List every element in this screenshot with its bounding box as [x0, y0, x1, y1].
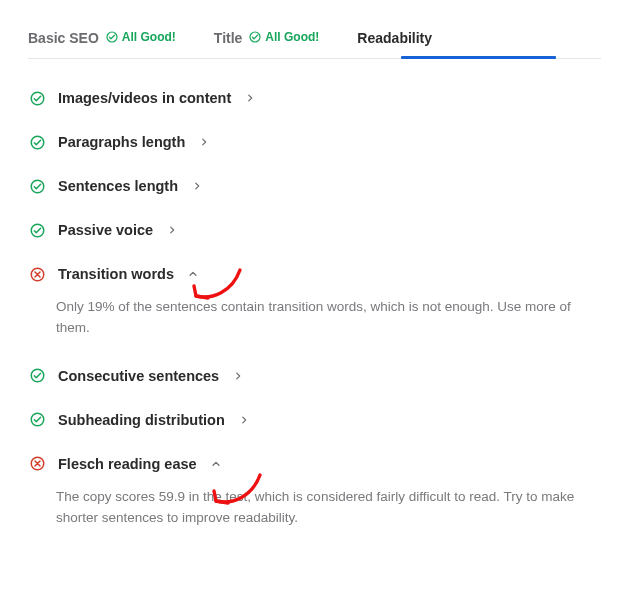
tab-title[interactable]: Title All Good! — [214, 28, 320, 52]
active-tab-underline — [401, 56, 556, 59]
check-subheading-distribution: Subheading distribution — [28, 399, 601, 443]
chevron-right-icon — [233, 367, 243, 385]
tab-label: Readability — [357, 30, 432, 46]
tabs-bar: Basic SEO All Good! Title All Good! Read… — [28, 28, 601, 59]
chevron-up-icon — [188, 265, 198, 283]
check-circle-icon — [28, 89, 46, 107]
check-circle-icon — [106, 31, 118, 46]
check-circle-icon — [28, 367, 46, 385]
check-consecutive-sentences: Consecutive sentences — [28, 355, 601, 399]
tab-label: Basic SEO — [28, 30, 99, 46]
chevron-right-icon — [192, 177, 202, 195]
readability-checks-list: Images/videos in content Paragraphs leng… — [28, 77, 601, 545]
error-circle-icon — [28, 455, 46, 473]
tab-readability[interactable]: Readability — [357, 28, 432, 52]
check-toggle[interactable]: Consecutive sentences — [28, 367, 601, 385]
check-circle-icon — [28, 133, 46, 151]
error-circle-icon — [28, 265, 46, 283]
check-title: Paragraphs length — [58, 134, 185, 150]
check-title: Transition words — [58, 266, 174, 282]
check-passive-voice: Passive voice — [28, 209, 601, 253]
check-description: The copy scores 59.9 in the test, which … — [56, 487, 596, 529]
check-images-videos: Images/videos in content — [28, 77, 601, 121]
tab-label: Title — [214, 30, 243, 46]
check-circle-icon — [28, 221, 46, 239]
check-toggle[interactable]: Paragraphs length — [28, 133, 601, 151]
check-title: Consecutive sentences — [58, 368, 219, 384]
tab-badge: All Good! — [106, 30, 176, 45]
check-title: Flesch reading ease — [58, 456, 197, 472]
check-circle-icon — [28, 411, 46, 429]
check-flesch-reading-ease: Flesch reading ease The copy scores 59.9… — [28, 443, 601, 545]
check-toggle[interactable]: Transition words — [28, 265, 601, 283]
tab-basic-seo[interactable]: Basic SEO All Good! — [28, 28, 176, 52]
chevron-up-icon — [211, 455, 221, 473]
tab-badge-text: All Good! — [265, 30, 319, 44]
tab-badge-text: All Good! — [122, 30, 176, 44]
chevron-right-icon — [199, 133, 209, 151]
chevron-right-icon — [239, 411, 249, 429]
chevron-right-icon — [167, 221, 177, 239]
check-title: Images/videos in content — [58, 90, 231, 106]
check-toggle[interactable]: Sentences length — [28, 177, 601, 195]
check-title: Sentences length — [58, 178, 178, 194]
check-toggle[interactable]: Subheading distribution — [28, 411, 601, 429]
check-title: Passive voice — [58, 222, 153, 238]
tab-badge: All Good! — [249, 30, 319, 45]
check-transition-words: Transition words Only 19% of the sentenc… — [28, 253, 601, 355]
check-description: Only 19% of the sentences contain transi… — [56, 297, 596, 339]
check-title: Subheading distribution — [58, 412, 225, 428]
check-paragraphs-length: Paragraphs length — [28, 121, 601, 165]
check-circle-icon — [28, 177, 46, 195]
check-sentences-length: Sentences length — [28, 165, 601, 209]
check-toggle[interactable]: Passive voice — [28, 221, 601, 239]
check-toggle[interactable]: Images/videos in content — [28, 89, 601, 107]
check-circle-icon — [249, 31, 261, 46]
chevron-right-icon — [245, 89, 255, 107]
check-toggle[interactable]: Flesch reading ease — [28, 455, 601, 473]
